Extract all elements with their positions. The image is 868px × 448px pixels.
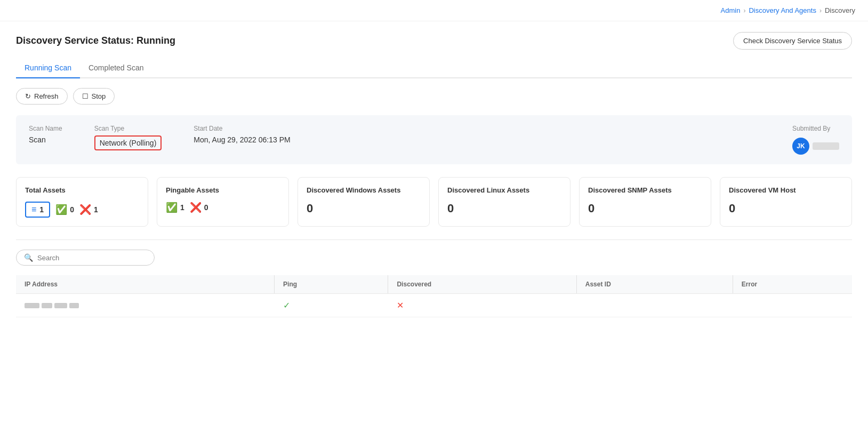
scan-name-label: Scan Name bbox=[29, 125, 62, 132]
stat-snmp-values: 0 bbox=[588, 202, 702, 215]
stat-pingable-values: ✅ 1 ❌ 0 bbox=[166, 202, 280, 213]
cell-error bbox=[733, 294, 852, 317]
stat-total-title: Total Assets bbox=[25, 186, 139, 194]
submitted-by-label: Submitted By bbox=[792, 125, 839, 132]
section-divider bbox=[16, 239, 852, 240]
cell-ping: ✓ bbox=[275, 294, 388, 317]
col-discovered: Discovered bbox=[388, 275, 576, 294]
tab-running-scan[interactable]: Running Scan bbox=[16, 58, 80, 78]
start-date-label: Start Date bbox=[194, 125, 290, 132]
stat-pingable-success-count: 1 bbox=[180, 203, 184, 212]
stat-pingable-error: ❌ 0 bbox=[190, 202, 208, 213]
refresh-label: Refresh bbox=[34, 92, 59, 100]
check-status-button[interactable]: Check Discovery Service Status bbox=[733, 32, 852, 50]
results-table: IP Address Ping Discovered Asset ID Erro… bbox=[16, 275, 852, 317]
stat-vm-title: Discovered VM Host bbox=[729, 186, 843, 194]
stop-icon: ☐ bbox=[82, 92, 89, 100]
stat-card-vm: Discovered VM Host 0 bbox=[720, 177, 852, 227]
page-title: Discovery Service Status: Running bbox=[16, 35, 175, 46]
scan-type-label: Scan Type bbox=[94, 125, 162, 132]
breadcrumb-sep-2: › bbox=[819, 7, 822, 14]
ping-check-icon: ✓ bbox=[283, 301, 290, 310]
start-date-value: Mon, Aug 29, 2022 06:13 PM bbox=[194, 135, 290, 144]
scan-type-col: Scan Type Network (Polling) bbox=[94, 125, 162, 150]
stat-card-snmp: Discovered SNMP Assets 0 bbox=[579, 177, 711, 227]
stat-card-windows: Discovered Windows Assets 0 bbox=[298, 177, 430, 227]
stat-total-count: 1 bbox=[39, 205, 44, 214]
ip-block-3 bbox=[54, 303, 67, 308]
breadcrumb-discovery: Discovery bbox=[825, 6, 855, 14]
stat-snmp-value: 0 bbox=[588, 202, 594, 215]
stat-vm-values: 0 bbox=[729, 202, 843, 215]
ip-block-4 bbox=[69, 303, 79, 308]
cell-ip bbox=[16, 294, 275, 317]
stats-grid: Total Assets ≡ 1 ✅ 0 ❌ 1 Pingable Assets bbox=[16, 177, 852, 227]
stat-total-success-count: 0 bbox=[70, 205, 74, 214]
scan-type-value: Network (Polling) bbox=[94, 135, 162, 150]
stat-snmp-title: Discovered SNMP Assets bbox=[588, 186, 702, 194]
avatars: JK bbox=[792, 138, 839, 155]
col-ip-address: IP Address bbox=[16, 275, 275, 294]
search-bar[interactable]: 🔍 bbox=[16, 250, 155, 266]
submitted-by-col: Submitted By JK bbox=[792, 125, 839, 155]
stat-card-linux: Discovered Linux Assets 0 bbox=[438, 177, 570, 227]
page-header: Discovery Service Status: Running Check … bbox=[16, 32, 852, 50]
x-circle-icon: ❌ bbox=[79, 204, 91, 215]
stat-linux-title: Discovered Linux Assets bbox=[447, 186, 561, 194]
toolbar: ↻ Refresh ☐ Stop bbox=[16, 88, 852, 105]
ip-block-2 bbox=[42, 303, 52, 308]
scan-name-value: Scan bbox=[29, 135, 62, 144]
breadcrumb-admin[interactable]: Admin bbox=[721, 6, 741, 14]
avatar: JK bbox=[792, 138, 809, 155]
table-row: ✓ ✕ bbox=[16, 294, 852, 317]
refresh-icon: ↻ bbox=[25, 92, 31, 100]
x-circle-icon-2: ❌ bbox=[190, 202, 202, 213]
cell-discovered: ✕ bbox=[388, 294, 576, 317]
stat-pingable-success: ✅ 1 bbox=[166, 202, 184, 213]
tab-bar: Running Scan Completed Scan bbox=[16, 58, 852, 78]
refresh-button[interactable]: ↻ Refresh bbox=[16, 88, 68, 105]
stat-total-values: ≡ 1 ✅ 0 ❌ 1 bbox=[25, 202, 139, 218]
stat-total-box: ≡ 1 bbox=[25, 202, 50, 218]
col-asset-id: Asset ID bbox=[576, 275, 733, 294]
stop-button[interactable]: ☐ Stop bbox=[73, 88, 115, 105]
stat-card-total: Total Assets ≡ 1 ✅ 0 ❌ 1 bbox=[16, 177, 148, 227]
col-ping: Ping bbox=[275, 275, 388, 294]
tab-completed-scan[interactable]: Completed Scan bbox=[80, 58, 152, 78]
stat-total-error-count: 1 bbox=[94, 205, 98, 214]
stat-pingable-title: Pingable Assets bbox=[166, 186, 280, 194]
cell-asset-id bbox=[576, 294, 733, 317]
lines-icon: ≡ bbox=[31, 205, 36, 214]
table-header: IP Address Ping Discovered Asset ID Erro… bbox=[16, 275, 852, 294]
search-icon: 🔍 bbox=[24, 253, 33, 262]
stop-label: Stop bbox=[92, 92, 106, 100]
stat-linux-values: 0 bbox=[447, 202, 561, 215]
stat-vm-value: 0 bbox=[729, 202, 735, 215]
breadcrumb-discovery-agents[interactable]: Discovery And Agents bbox=[749, 6, 816, 14]
stat-pingable-error-count: 0 bbox=[204, 203, 208, 212]
discovered-x-icon: ✕ bbox=[397, 301, 404, 310]
start-date-col: Start Date Mon, Aug 29, 2022 06:13 PM bbox=[194, 125, 290, 144]
table-container: IP Address Ping Discovered Asset ID Erro… bbox=[16, 275, 852, 317]
scan-name-col: Scan Name Scan bbox=[29, 125, 62, 144]
check-circle-icon-2: ✅ bbox=[166, 202, 178, 213]
search-input[interactable] bbox=[37, 254, 147, 262]
col-error: Error bbox=[733, 275, 852, 294]
breadcrumb-sep-1: › bbox=[743, 7, 745, 14]
stat-total-success: ✅ 0 bbox=[55, 204, 74, 215]
table-body: ✓ ✕ bbox=[16, 294, 852, 317]
stat-linux-value: 0 bbox=[447, 202, 454, 215]
stat-windows-value: 0 bbox=[307, 202, 313, 215]
stat-windows-values: 0 bbox=[307, 202, 421, 215]
ip-placeholder bbox=[25, 303, 266, 308]
breadcrumb: Admin › Discovery And Agents › Discovery bbox=[0, 0, 868, 21]
stat-total-error: ❌ 1 bbox=[79, 204, 98, 215]
stat-windows-title: Discovered Windows Assets bbox=[307, 186, 421, 194]
avatar-name-placeholder bbox=[813, 142, 839, 150]
ip-block-1 bbox=[25, 303, 39, 308]
scan-info-bar: Scan Name Scan Scan Type Network (Pollin… bbox=[16, 115, 852, 164]
stat-card-pingable: Pingable Assets ✅ 1 ❌ 0 bbox=[157, 177, 289, 227]
check-circle-icon: ✅ bbox=[55, 204, 67, 215]
